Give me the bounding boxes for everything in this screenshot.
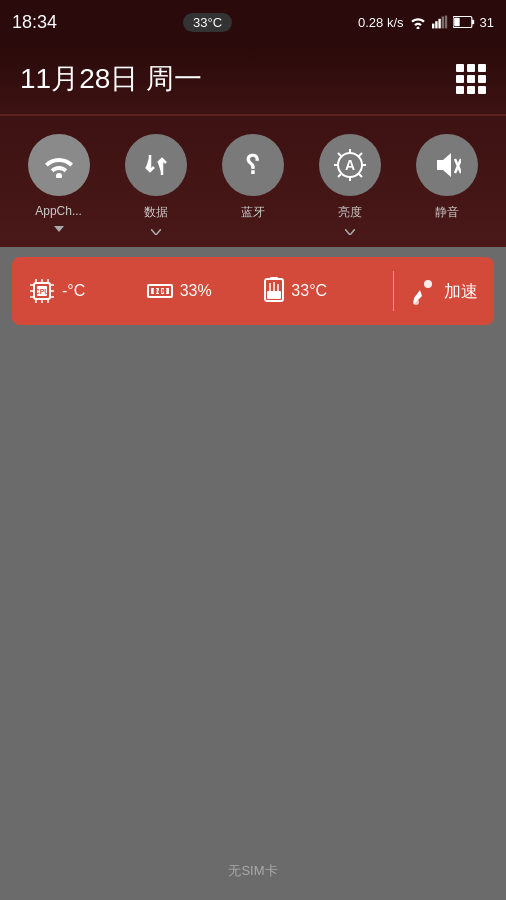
apps-grid-button[interactable] [456,64,486,94]
grid-dot [467,75,475,83]
svg-rect-47 [270,277,278,280]
svg-text:CPU: CPU [35,288,50,295]
mute-toggle-circle [416,134,478,196]
grid-dot [478,64,486,72]
svg-rect-5 [444,16,446,29]
svg-marker-22 [437,153,451,177]
data-toggle-circle [125,134,187,196]
boost-label: 加速 [444,280,478,303]
svg-rect-1 [432,24,434,29]
wifi-status-icon [409,15,427,29]
grid-dot [467,86,475,94]
no-sim-text: 无SIM卡 [228,862,277,880]
svg-point-52 [424,280,432,288]
battery-level: 31 [480,15,494,30]
svg-line-21 [338,174,341,177]
wifi-toggle-circle [28,134,90,196]
ram-percent: 33% [180,282,212,300]
svg-rect-3 [438,19,440,29]
mute-toggle-label: 静音 [435,204,459,221]
svg-point-9 [56,173,62,178]
cpu-icon: CPU [28,277,56,305]
wifi-icon [43,152,75,178]
svg-line-18 [338,153,341,156]
battery-temp-icon [263,277,285,305]
svg-text:RAM: RAM [153,288,167,294]
bluetooth-icon: ␦ [242,150,263,181]
svg-rect-8 [454,18,460,27]
grid-dot [478,86,486,94]
ram-section: RAM 33% [146,277,264,305]
cpu-section: CPU -°C [28,277,146,305]
toggle-data[interactable]: 数据 [125,134,187,235]
bt-toggle-circle: ␦ [222,134,284,196]
status-bar: 18:34 33°C 0.28 k/s 31 [0,0,506,44]
data-arrows-icon [142,151,170,179]
boost-icon [406,276,436,306]
svg-rect-4 [441,16,443,28]
toggle-dropdown-icon [151,229,161,235]
boost-button[interactable]: 加速 [406,276,478,306]
main-content [0,335,506,855]
grid-dot [456,75,464,83]
mute-icon [433,151,461,179]
svg-rect-7 [471,20,473,25]
temperature-badge: 33°C [183,13,232,32]
grid-dot [456,64,464,72]
toggle-dropdown-icon [345,229,355,235]
svg-point-54 [413,299,419,305]
date-display: 11月28日 周一 [20,60,202,98]
data-toggle-label: 数据 [144,204,168,221]
wifi-toggle-label: AppCh... [35,204,82,218]
battery-icon [453,16,475,28]
grid-dot [456,86,464,94]
svg-line-20 [359,153,362,156]
status-right: 0.28 k/s 31 [358,15,494,30]
brightness-toggle-label: 亮度 [338,204,362,221]
svg-point-0 [416,27,419,30]
ram-icon: RAM [146,277,174,305]
toggle-dropdown-icon [54,226,64,232]
battery-temp-section: 33°C [263,277,381,305]
toggle-brightness[interactable]: A 亮度 [319,134,381,235]
date-bar: 11月28日 周一 [0,44,506,114]
brightness-toggle-circle: A [319,134,381,196]
toggle-bluetooth[interactable]: ␦ 蓝牙 [222,134,284,221]
toggle-mute[interactable]: 静音 [416,134,478,221]
battery-temperature: 33°C [291,282,327,300]
svg-text:A: A [345,157,355,173]
bluetooth-toggle-label: 蓝牙 [241,204,265,221]
grid-dot [478,75,486,83]
info-widget[interactable]: CPU -°C RAM 33% 33°C [12,257,494,325]
toggle-wifi[interactable]: AppCh... [28,134,90,232]
svg-rect-2 [435,21,437,28]
svg-line-19 [359,174,362,177]
widget-divider [393,271,394,311]
status-time: 18:34 [12,12,57,33]
network-speed: 0.28 k/s [358,15,404,30]
svg-rect-48 [267,291,281,299]
brightness-icon: A [332,147,368,183]
quick-toggles: AppCh... 数据 ␦ 蓝牙 [0,116,506,247]
cpu-temp: -°C [62,282,85,300]
signal-icon [432,15,448,29]
grid-dot [467,64,475,72]
